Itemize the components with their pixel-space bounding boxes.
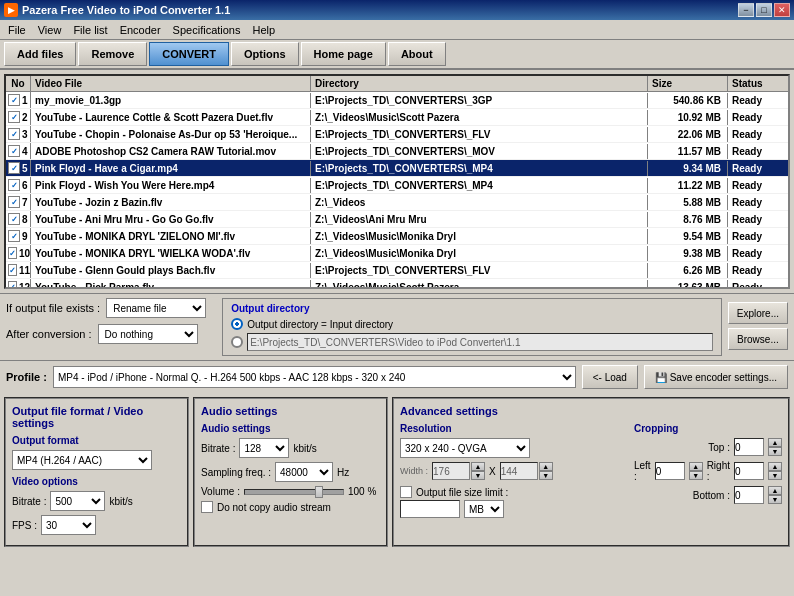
toolbar: Add files Remove CONVERT Options Home pa… — [0, 40, 794, 70]
convert-button[interactable]: CONVERT — [149, 42, 229, 66]
table-row[interactable]: ✓ 12 YouTube - Rick Parma.flv Z:\_Videos… — [6, 279, 788, 287]
if-output-label: If output file exists : — [6, 302, 100, 314]
minimize-button[interactable]: − — [738, 3, 754, 17]
if-output-group: If output file exists : Rename file Over… — [6, 298, 206, 318]
profile-select[interactable]: MP4 - iPod / iPhone - Normal Q. - H.264 … — [53, 366, 576, 388]
output-format-select[interactable]: MP4 (H.264 / AAC) — [12, 450, 152, 470]
table-row[interactable]: ✓ 11 YouTube - Glenn Gould plays Bach.fl… — [6, 262, 788, 279]
output-dir-radio-2[interactable] — [231, 336, 243, 348]
row-checkbox[interactable]: ✓ — [8, 281, 17, 287]
row-checkbox[interactable]: ✓ — [8, 213, 20, 225]
menu-view[interactable]: View — [32, 22, 68, 38]
table-row[interactable]: ✓ 7 YouTube - Jozin z Bazin.flv Z:\_Vide… — [6, 194, 788, 211]
resolution-select[interactable]: 320 x 240 - QVGA — [400, 438, 530, 458]
row-status: Ready — [728, 280, 788, 288]
sampling-select[interactable]: 48000 — [275, 462, 333, 482]
row-size: 22.06 MB — [648, 127, 728, 142]
table-row[interactable]: ✓ 9 YouTube - MONIKA DRYL 'ZIELONO MI'.f… — [6, 228, 788, 245]
if-output-select[interactable]: Rename file Overwrite Skip — [106, 298, 206, 318]
crop-left-down[interactable]: ▼ — [689, 471, 703, 480]
row-checkbox[interactable]: ✓ — [8, 111, 20, 123]
output-format-label: Output format — [12, 435, 181, 446]
row-file: my_movie_01.3gp — [31, 93, 311, 108]
row-checkbox[interactable]: ✓ — [8, 94, 20, 106]
menu-specifications[interactable]: Specifications — [167, 22, 247, 38]
row-checkbox[interactable]: ✓ — [8, 179, 20, 191]
row-checkbox[interactable]: ✓ — [8, 230, 20, 242]
output-dir-radio-1[interactable] — [231, 318, 243, 330]
crop-lr-row: Left : ▲ ▼ Right : ▲ ▼ — [634, 460, 782, 482]
audio-bitrate-select[interactable]: 128 — [239, 438, 289, 458]
audio-panel-title: Audio settings — [201, 405, 380, 417]
explore-button[interactable]: Explore... — [728, 302, 788, 324]
output-size-input[interactable] — [400, 500, 460, 518]
height-input[interactable] — [500, 462, 538, 480]
options-button[interactable]: Options — [231, 42, 299, 66]
output-size-checkbox[interactable] — [400, 486, 412, 498]
resolution-section: Resolution 320 x 240 - QVGA Width : ▲ ▼ … — [400, 423, 624, 518]
video-panel: Output file format / Video settings Outp… — [4, 397, 189, 547]
height-up[interactable]: ▲ — [539, 462, 553, 471]
crop-top-down[interactable]: ▼ — [768, 447, 782, 456]
menu-filelist[interactable]: File list — [67, 22, 113, 38]
remove-button[interactable]: Remove — [78, 42, 147, 66]
width-down[interactable]: ▼ — [471, 471, 485, 480]
table-row[interactable]: ✓ 4 ADOBE Photoshop CS2 Camera RAW Tutor… — [6, 143, 788, 160]
crop-right-down[interactable]: ▼ — [768, 471, 782, 480]
row-checkbox[interactable]: ✓ — [8, 264, 17, 276]
crop-bottom-input[interactable] — [734, 486, 764, 504]
bitrate-select[interactable]: 500 — [50, 491, 105, 511]
row-checkbox[interactable]: ✓ — [8, 162, 20, 174]
table-row[interactable]: ✓ 6 Pink Floyd - Wish You Were Here.mp4 … — [6, 177, 788, 194]
crop-left-up[interactable]: ▲ — [689, 462, 703, 471]
add-files-button[interactable]: Add files — [4, 42, 76, 66]
save-encoder-button[interactable]: 💾 Save encoder settings... — [644, 365, 788, 389]
menu-file[interactable]: File — [2, 22, 32, 38]
no-copy-checkbox[interactable] — [201, 501, 213, 513]
crop-top-up[interactable]: ▲ — [768, 438, 782, 447]
width-label: Width : — [400, 466, 428, 476]
width-input[interactable] — [432, 462, 470, 480]
table-row[interactable]: ✓ 1 my_movie_01.3gp E:\Projects_TD\_CONV… — [6, 92, 788, 109]
output-dir-input[interactable] — [247, 333, 713, 351]
table-row[interactable]: ✓ 10 YouTube - MONIKA DRYL 'WIELKA WODA'… — [6, 245, 788, 262]
menu-help[interactable]: Help — [246, 22, 281, 38]
sampling-unit: Hz — [337, 467, 349, 478]
crop-right-input[interactable] — [734, 462, 764, 480]
crop-left-input[interactable] — [655, 462, 685, 480]
crop-bottom-down[interactable]: ▼ — [768, 495, 782, 504]
table-row[interactable]: ✓ 5 Pink Floyd - Have a Cigar.mp4 E:\Pro… — [6, 160, 788, 177]
row-checkbox[interactable]: ✓ — [8, 128, 20, 140]
home-page-button[interactable]: Home page — [301, 42, 386, 66]
crop-top-input[interactable] — [734, 438, 764, 456]
row-file: Pink Floyd - Wish You Were Here.mp4 — [31, 178, 311, 193]
volume-slider-thumb[interactable] — [315, 486, 323, 498]
browse-button[interactable]: Browse... — [728, 328, 788, 350]
row-file: ADOBE Photoshop CS2 Camera RAW Tutorial.… — [31, 144, 311, 159]
crop-right-up[interactable]: ▲ — [768, 462, 782, 471]
row-size: 9.34 MB — [648, 161, 728, 176]
about-button[interactable]: About — [388, 42, 446, 66]
row-dir: Z:\_Videos\Music\Monika Dryl — [311, 229, 648, 244]
table-row[interactable]: ✓ 8 YouTube - Ani Mru Mru - Go Go Go.flv… — [6, 211, 788, 228]
fps-select[interactable]: 30 — [41, 515, 96, 535]
output-size-input-row: MB — [400, 500, 624, 518]
crop-bottom-label: Bottom : — [693, 490, 730, 501]
col-header-file: Video File — [31, 76, 311, 91]
table-row[interactable]: ✓ 3 YouTube - Chopin - Polonaise As-Dur … — [6, 126, 788, 143]
after-conv-select[interactable]: Do nothing Shut down Hibernate — [98, 324, 198, 344]
menu-encoder[interactable]: Encoder — [114, 22, 167, 38]
row-checkbox[interactable]: ✓ — [8, 145, 20, 157]
crop-bottom-up[interactable]: ▲ — [768, 486, 782, 495]
row-checkbox[interactable]: ✓ — [8, 196, 20, 208]
row-checkbox[interactable]: ✓ — [8, 247, 17, 259]
table-row[interactable]: ✓ 2 YouTube - Laurence Cottle & Scott Pa… — [6, 109, 788, 126]
close-button[interactable]: ✕ — [774, 3, 790, 17]
width-up[interactable]: ▲ — [471, 462, 485, 471]
width-input-group: ▲ ▼ — [432, 462, 485, 480]
output-size-unit-select[interactable]: MB — [464, 500, 504, 518]
row-no: ✓ 11 — [6, 262, 31, 278]
maximize-button[interactable]: □ — [756, 3, 772, 17]
load-button[interactable]: <- Load — [582, 365, 638, 389]
height-down[interactable]: ▼ — [539, 471, 553, 480]
